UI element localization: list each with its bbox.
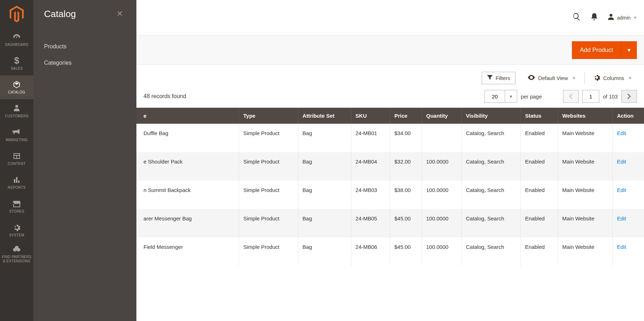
cell-attribute-set: Bag — [298, 152, 351, 181]
cell-type: Simple Product — [239, 124, 298, 152]
col-action[interactable]: Action — [612, 108, 644, 124]
chevron-down-icon[interactable]: ▼ — [505, 90, 517, 103]
cell-name: arer Messenger Bag — [136, 209, 239, 237]
cell-quantity — [422, 124, 461, 152]
columns-button[interactable]: Columns ▼ — [588, 71, 637, 85]
edit-link[interactable]: Edit — [617, 215, 626, 221]
total-pages-label: of 103 — [603, 93, 618, 100]
user-menu[interactable]: admin ▼ — [608, 14, 637, 22]
products-table: e Type Attribute Set SKU Price Quantity … — [136, 108, 644, 266]
col-type[interactable]: Type — [239, 108, 298, 124]
table-row[interactable]: Duffle BagSimple ProductBag24-MB01$34.00… — [136, 124, 644, 152]
search-icon[interactable] — [572, 12, 581, 23]
nav-label: SALES — [11, 66, 23, 71]
cell-type: Simple Product — [239, 209, 298, 237]
nav-partners[interactable]: FIND PARTNERS & EXTENSIONS — [0, 242, 33, 266]
col-status[interactable]: Status — [521, 108, 558, 124]
nav-label: CONTENT — [8, 162, 26, 166]
cell-visibility: Catalog, Search — [461, 181, 521, 209]
cell-type: Simple Product — [239, 152, 298, 181]
table-row[interactable]: arer Messenger BagSimple ProductBag24-MB… — [136, 209, 644, 237]
prev-page-button[interactable] — [563, 90, 579, 103]
col-sku[interactable]: SKU — [351, 108, 390, 124]
edit-link[interactable]: Edit — [617, 130, 626, 136]
records-found: 48 records found — [144, 93, 186, 100]
nav-label: CATALOG — [8, 90, 25, 95]
notifications-icon[interactable] — [591, 12, 598, 23]
columns-label: Columns — [603, 75, 624, 81]
dashboard-icon — [12, 33, 21, 41]
nav-reports[interactable]: REPORTS — [0, 171, 33, 194]
nav-label: REPORTS — [8, 186, 26, 190]
cell-price: $45.00 — [390, 237, 422, 266]
table-header: e Type Attribute Set SKU Price Quantity … — [136, 108, 644, 124]
cell-visibility: Catalog, Search — [461, 209, 521, 237]
cell-visibility: Catalog, Search — [461, 124, 521, 152]
default-view-button[interactable]: Default View ▼ — [523, 72, 581, 84]
cell-type: Simple Product — [239, 237, 298, 266]
edit-link[interactable]: Edit — [617, 159, 626, 165]
current-page-input[interactable] — [582, 90, 599, 103]
cell-status: Enabled — [521, 237, 558, 266]
cell-price: $32.00 — [390, 152, 422, 181]
nav-sales[interactable]: $ SALES — [0, 52, 33, 75]
catalog-flyout: Catalog ✕ Products Categories — [33, 0, 136, 266]
cell-sku: 24-MB06 — [351, 237, 390, 266]
flyout-title: Catalog — [44, 9, 76, 20]
nav-label: STORES — [9, 209, 25, 214]
flyout-item-categories[interactable]: Categories — [44, 55, 126, 71]
magento-logo-icon — [10, 6, 24, 22]
blocks-icon — [13, 245, 21, 253]
col-name[interactable]: e — [136, 108, 239, 124]
nav-stores[interactable]: STORES — [0, 194, 33, 218]
nav-dashboard[interactable]: DASHBOARD — [0, 28, 33, 52]
cell-quantity: 100.0000 — [422, 209, 461, 237]
nav-system[interactable]: SYSTEM — [0, 218, 33, 242]
table-row[interactable]: Field MessengerSimple ProductBag24-MB06$… — [136, 237, 644, 266]
chevron-down-icon: ▼ — [633, 16, 637, 20]
cell-sku: 24-MB05 — [351, 209, 390, 237]
per-page-input[interactable] — [485, 90, 505, 103]
add-product-button[interactable]: Add Product — [572, 41, 621, 59]
cell-visibility: Catalog, Search — [461, 237, 521, 266]
cell-name: n Summit Backpack — [136, 181, 239, 209]
col-websites[interactable]: Websites — [558, 108, 612, 124]
eye-icon — [527, 75, 535, 81]
nav-content[interactable]: CONTENT — [0, 147, 33, 171]
col-price[interactable]: Price — [390, 108, 422, 124]
chevron-right-icon — [627, 93, 631, 99]
user-label: admin — [617, 15, 631, 21]
edit-link[interactable]: Edit — [617, 244, 626, 250]
nav-label: DASHBOARD — [5, 43, 28, 47]
cell-websites: Main Website — [558, 209, 612, 237]
nav-customers[interactable]: CUSTOMERS — [0, 99, 33, 123]
cell-status: Enabled — [521, 152, 558, 181]
col-visibility[interactable]: Visibility — [461, 108, 521, 124]
toolbar-separator — [584, 73, 585, 84]
filters-button[interactable]: Filters — [482, 72, 515, 84]
col-quantity[interactable]: Quantity — [422, 108, 461, 124]
pagination: ▼ per page of 103 — [485, 90, 637, 103]
chevron-down-icon: ▼ — [572, 76, 576, 80]
user-icon — [608, 14, 614, 22]
table-row[interactable]: e Shoulder PackSimple ProductBag24-MB04$… — [136, 152, 644, 181]
nav-catalog[interactable]: CATALOG — [0, 75, 33, 99]
cell-websites: Main Website — [558, 237, 612, 266]
magento-logo[interactable] — [0, 0, 33, 28]
add-product-split-button: Add Product ▼ — [572, 41, 637, 59]
per-page-label: per page — [521, 93, 542, 100]
per-page-select[interactable]: ▼ — [485, 90, 517, 103]
cell-attribute-set: Bag — [298, 209, 351, 237]
nav-marketing[interactable]: MARKETING — [0, 123, 33, 147]
cube-icon — [12, 80, 21, 89]
cell-action: Edit — [612, 124, 644, 152]
add-product-toggle[interactable]: ▼ — [621, 41, 637, 59]
next-page-button[interactable] — [621, 90, 637, 103]
flyout-item-products[interactable]: Products — [44, 38, 126, 55]
cell-status: Enabled — [521, 124, 558, 152]
table-row[interactable]: n Summit BackpackSimple ProductBag24-MB0… — [136, 181, 644, 209]
pages-icon — [13, 152, 21, 160]
close-icon[interactable]: ✕ — [114, 6, 126, 21]
col-attribute-set[interactable]: Attribute Set — [298, 108, 351, 124]
edit-link[interactable]: Edit — [617, 187, 626, 193]
